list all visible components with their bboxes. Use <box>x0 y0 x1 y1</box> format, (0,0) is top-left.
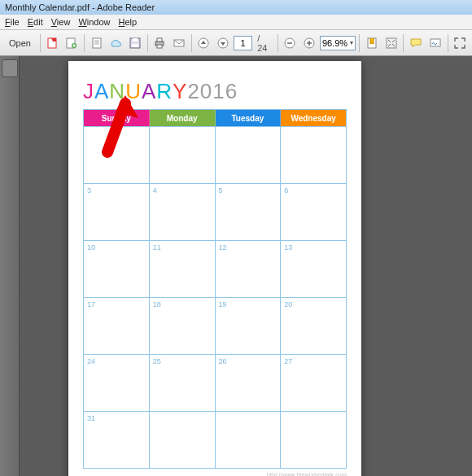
calendar-cell: 18 <box>150 298 216 354</box>
cloud-button[interactable] <box>107 33 125 53</box>
calendar-cell <box>281 412 346 468</box>
page-up-button[interactable] <box>195 33 213 53</box>
side-tab[interactable] <box>2 59 18 77</box>
calendar-header-row: SundayMondayTuesdayWednesday <box>84 110 346 126</box>
calendar-cell: 26 <box>216 355 282 411</box>
calendar-cell: 11 <box>150 241 216 297</box>
zoom-select[interactable]: 96.9% ▾ <box>320 36 356 50</box>
title-letter: A <box>142 79 156 104</box>
separator <box>448 34 448 52</box>
title-letter: A <box>94 79 109 104</box>
calendar-grid: SundayMondayTuesdayWednesday 34561011121… <box>83 109 347 469</box>
svg-rect-6 <box>132 44 138 47</box>
title-letter: 0 <box>200 79 212 104</box>
title-letter: 1 <box>212 79 225 104</box>
calendar-cell: 17 <box>84 298 150 354</box>
sign-button[interactable] <box>426 33 444 53</box>
svg-rect-8 <box>157 38 162 41</box>
calendar-cell: 31 <box>84 412 150 468</box>
zoom-in-button[interactable] <box>300 33 318 53</box>
separator <box>147 34 148 52</box>
bookmark-button[interactable] <box>363 33 381 53</box>
calendar-header-cell: Monday <box>150 110 216 126</box>
svg-rect-17 <box>430 39 440 46</box>
calendar-row <box>84 126 346 183</box>
svg-rect-16 <box>387 38 396 48</box>
title-letter: J <box>83 79 94 104</box>
calendar-cell <box>150 127 216 183</box>
titlebar: Monthly Calendar.pdf - Adobe Reader <box>0 0 472 15</box>
svg-rect-9 <box>157 45 162 48</box>
create-pdf-button[interactable] <box>63 33 81 53</box>
calendar-title: JANUARY 2016 <box>83 79 347 104</box>
calendar-cell: 20 <box>281 298 346 354</box>
separator <box>403 34 404 52</box>
calendar-row: 17181920 <box>84 297 346 354</box>
calendar-cell: 10 <box>84 241 150 297</box>
chevron-down-icon: ▾ <box>350 37 353 50</box>
calendar-body: 345610111213171819202425262731 <box>84 126 346 468</box>
page-total: / 24 <box>254 33 273 53</box>
svg-rect-3 <box>93 38 101 48</box>
menu-window[interactable]: Window <box>78 17 110 27</box>
calendar-cell: 12 <box>216 241 282 297</box>
fullscreen-button[interactable] <box>451 33 469 53</box>
title-letter: 6 <box>225 79 238 104</box>
calendar-cell: 3 <box>84 184 150 240</box>
pdf-page: JANUARY 2016 SundayMondayTuesdayWednesda… <box>68 61 361 476</box>
calendar-cell: 4 <box>150 184 216 240</box>
title-letter: U <box>125 79 142 104</box>
calendar-cell: 27 <box>281 355 346 411</box>
calendar-cell: 13 <box>281 241 346 297</box>
separator <box>191 34 192 52</box>
menu-help[interactable]: Help <box>119 17 138 27</box>
svg-rect-5 <box>133 38 138 41</box>
document-button[interactable] <box>88 33 106 53</box>
calendar-cell: 5 <box>216 184 282 240</box>
menu-edit[interactable]: Edit <box>28 17 43 27</box>
calendar-header-cell: Tuesday <box>216 110 282 126</box>
calendar-cell: 25 <box>150 355 216 411</box>
window-title: Monthly Calendar.pdf - Adobe Reader <box>5 2 155 12</box>
calendar-cell <box>150 412 216 468</box>
calendar-row: 24252627 <box>84 354 346 411</box>
separator <box>40 34 41 52</box>
side-panel-tabs <box>0 56 20 476</box>
print-button[interactable] <box>151 33 169 53</box>
zoom-out-button[interactable] <box>281 33 299 53</box>
save-button[interactable] <box>126 33 144 53</box>
fit-page-button[interactable] <box>382 33 400 53</box>
toolbar: Open 1 / 24 96.9% ▾ <box>0 30 472 56</box>
calendar-cell <box>84 127 150 183</box>
title-letter: Y <box>173 79 187 104</box>
title-letter: R <box>156 79 173 104</box>
email-button[interactable] <box>170 33 188 53</box>
menu-file[interactable]: File <box>5 17 20 27</box>
menu-view[interactable]: View <box>51 17 71 27</box>
separator <box>278 34 278 52</box>
calendar-row: 31 <box>84 411 346 468</box>
calendar-cell <box>216 412 282 468</box>
calendar-header-cell: Sunday <box>84 110 150 126</box>
calendar-cell <box>216 127 282 183</box>
open-label: Open <box>9 38 31 48</box>
footer-url: http://www.thewomentalk.com <box>83 472 347 476</box>
page-down-button[interactable] <box>214 33 232 53</box>
calendar-header-cell: Wednesday <box>281 110 346 126</box>
separator <box>359 34 360 52</box>
calendar-cell: 6 <box>281 184 346 240</box>
menubar: File Edit View Window Help <box>0 15 472 30</box>
calendar-cell <box>281 127 346 183</box>
comment-button[interactable] <box>407 33 425 53</box>
page-number-input[interactable]: 1 <box>234 36 252 50</box>
calendar-cell: 24 <box>84 355 150 411</box>
calendar-row: 10111213 <box>84 240 346 297</box>
open-button[interactable]: Open <box>3 33 37 53</box>
title-letter: N <box>109 79 125 104</box>
calendar-row: 3456 <box>84 183 346 240</box>
calendar-cell: 19 <box>216 298 282 354</box>
export-pdf-button[interactable] <box>44 33 62 53</box>
document-viewport[interactable]: JANUARY 2016 SundayMondayTuesdayWednesda… <box>0 56 472 476</box>
separator <box>84 34 85 52</box>
title-letter: 2 <box>187 79 199 104</box>
